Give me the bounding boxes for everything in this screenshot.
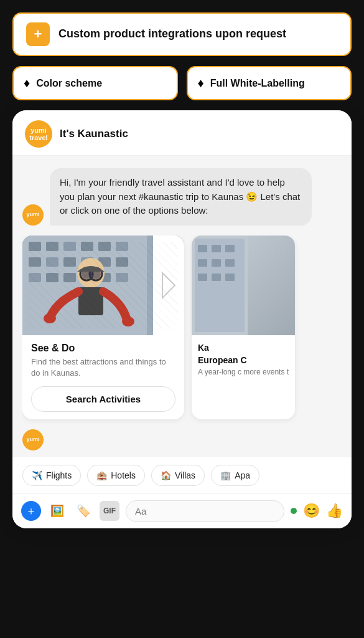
partial-card-title: Ka [198,343,289,353]
svg-rect-11 [81,257,93,267]
villas-icon: 🏠 [161,470,171,480]
quick-replies-bar: ✈️ Flights 🏨 Hotels 🏠 Villas 🏢 Apa [12,457,352,493]
card-title: See & Do [31,343,175,354]
svg-rect-32 [195,239,245,332]
flights-icon: ✈️ [32,470,42,480]
svg-rect-19 [116,273,128,282]
svg-point-24 [82,269,91,279]
svg-rect-14 [29,273,41,282]
sticker-button[interactable]: 🏷️ [73,501,93,521]
color-scheme-icon: ♦ [24,76,30,90]
svg-rect-37 [212,259,221,267]
svg-rect-12 [98,257,111,267]
chat-area: yumi Hi, I'm your friendly travel assist… [12,156,352,457]
svg-point-25 [91,269,101,279]
svg-rect-1 [22,236,147,335]
apartments-label: Apa [235,470,250,480]
color-scheme-label: Color scheme [36,78,102,89]
svg-rect-13 [116,257,128,267]
phone-mockup: yumi travel It's Kaunastic yumi Hi, I'm … [12,110,352,528]
message-input[interactable] [126,500,284,522]
white-labelling-icon: ♦ [198,76,204,90]
brand-logo: yumi travel [25,120,52,148]
svg-point-27 [44,313,56,323]
image-button[interactable]: 🖼️ [47,501,67,521]
white-labelling-button[interactable]: ♦ Full White-Labelling [187,66,352,100]
card-body: See & Do Find the best attractions and t… [22,335,184,419]
svg-point-20 [77,258,105,288]
svg-rect-4 [63,242,76,251]
bot-avatar-bottom: yumi [22,429,44,450]
svg-rect-5 [81,242,93,251]
online-indicator [291,508,297,514]
add-button[interactable]: ＋ [21,501,41,521]
see-and-do-card: See & Do Find the best attractions and t… [22,236,184,419]
apartments-icon: 🏢 [220,470,231,480]
card-image [22,236,184,335]
svg-rect-15 [46,273,58,282]
svg-rect-0 [22,236,184,335]
svg-rect-34 [212,245,221,252]
gif-button[interactable]: GIF [100,501,119,521]
svg-rect-35 [225,245,235,252]
bot-message-row: yumi Hi, I'm your friendly travel assist… [22,168,342,226]
villas-label: Villas [175,470,195,480]
partial-card-image [192,236,295,335]
svg-rect-9 [46,257,58,267]
hotels-label: Hotels [111,470,136,480]
feature-buttons-row: ♦ Color scheme ♦ Full White-Labelling [12,66,352,100]
card-description: Find the best attractions and things to … [31,356,175,379]
svg-rect-40 [212,274,221,281]
svg-rect-7 [116,242,128,251]
chat-title: It's Kaunastic [60,128,128,140]
activity-cards-scroll: See & Do Find the best attractions and t… [22,236,342,429]
svg-rect-6 [98,242,111,251]
european-card-partial: Ka European C A year-long c more events … [192,236,295,419]
graffiti-svg [22,236,184,335]
bot-avatar: yumi [22,204,44,226]
search-activities-button[interactable]: Search Activities [31,386,175,412]
svg-rect-10 [63,257,76,267]
svg-rect-33 [198,245,207,252]
apartments-pill[interactable]: 🏢 Apa [211,465,259,486]
svg-rect-26 [78,287,103,315]
svg-rect-3 [46,242,58,251]
hotels-pill[interactable]: 🏨 Hotels [87,465,145,486]
svg-rect-18 [98,273,111,282]
svg-point-21 [80,268,93,280]
top-card: + Custom product integrations upon reque… [12,12,352,56]
partial-card-desc: A year-long c more events t [198,368,289,378]
svg-point-22 [90,268,102,280]
partial-card-svg [192,236,248,335]
partial-card-body: Ka European C A year-long c more events … [192,335,295,385]
bot-message-bubble: Hi, I'm your friendly travel assistant a… [50,168,312,226]
svg-rect-36 [198,259,207,267]
partial-card-subtitle: European C [198,355,289,365]
plus-icon: + [26,22,50,46]
message-input-bar: ＋ 🖼️ 🏷️ GIF 😊 👍 [12,493,352,528]
svg-rect-29 [153,236,184,335]
hotels-icon: 🏨 [96,470,107,480]
white-labelling-label: Full White-Labelling [210,78,305,89]
villas-pill[interactable]: 🏠 Villas [151,465,205,486]
svg-rect-17 [81,273,93,282]
svg-marker-30 [162,273,175,298]
chat-header: yumi travel It's Kaunastic [12,110,352,156]
flights-label: Flights [46,470,72,480]
emoji-button[interactable]: 😊 [303,503,320,519]
svg-rect-38 [225,259,235,267]
svg-rect-2 [29,242,41,251]
svg-point-28 [122,317,134,326]
top-card-text: Custom product integrations upon request [58,27,286,41]
color-scheme-button[interactable]: ♦ Color scheme [12,66,178,100]
bot-indicator-row: yumi [22,429,342,457]
svg-rect-16 [63,273,76,282]
flights-pill[interactable]: ✈️ Flights [22,465,81,486]
svg-rect-39 [198,274,207,281]
like-button[interactable]: 👍 [326,503,343,519]
svg-rect-41 [225,274,235,281]
svg-rect-8 [29,257,41,267]
